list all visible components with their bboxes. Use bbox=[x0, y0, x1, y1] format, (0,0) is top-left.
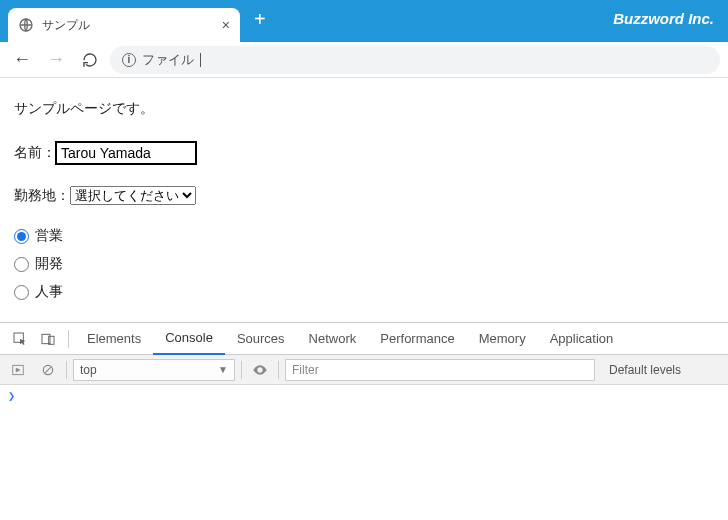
radio-label: 営業 bbox=[35, 227, 63, 245]
location-label: 勤務地： bbox=[14, 187, 70, 205]
separator bbox=[241, 361, 242, 379]
devtools-tab-network[interactable]: Network bbox=[297, 323, 369, 355]
radio-row[interactable]: 開発 bbox=[14, 255, 714, 273]
eye-icon[interactable] bbox=[248, 358, 272, 382]
play-icon[interactable] bbox=[6, 358, 30, 382]
new-tab-button[interactable]: + bbox=[254, 8, 266, 35]
devtools-tab-console[interactable]: Console bbox=[153, 323, 225, 355]
tab-title: サンプル bbox=[42, 17, 214, 34]
page-content: サンプルページです。 名前： 勤務地： 選択してください 営業開発人事 bbox=[0, 78, 728, 333]
device-icon[interactable] bbox=[34, 325, 62, 353]
reload-button[interactable] bbox=[76, 46, 104, 74]
console-prompt bbox=[8, 389, 19, 403]
console-toolbar: top ▼ Filter Default levels bbox=[0, 355, 728, 385]
radio-label: 開発 bbox=[35, 255, 63, 273]
separator bbox=[66, 361, 67, 379]
address-bar[interactable]: i ファイル bbox=[110, 46, 720, 74]
globe-icon bbox=[18, 17, 34, 33]
info-icon: i bbox=[122, 53, 136, 67]
forward-button: → bbox=[42, 46, 70, 74]
page-heading: サンプルページです。 bbox=[14, 100, 714, 118]
name-label: 名前： bbox=[14, 144, 56, 162]
devtools-tab-elements[interactable]: Elements bbox=[75, 323, 153, 355]
levels-select[interactable]: Default levels bbox=[609, 363, 681, 377]
location-select[interactable]: 選択してください bbox=[70, 186, 196, 205]
chevron-down-icon: ▼ bbox=[218, 364, 228, 375]
browser-tab[interactable]: サンプル × bbox=[8, 8, 240, 42]
devtools-tab-sources[interactable]: Sources bbox=[225, 323, 297, 355]
console-output[interactable] bbox=[0, 385, 728, 520]
devtools-tab-application[interactable]: Application bbox=[538, 323, 626, 355]
clear-icon[interactable] bbox=[36, 358, 60, 382]
radio-input[interactable] bbox=[14, 285, 29, 300]
context-select[interactable]: top ▼ bbox=[73, 359, 235, 381]
text-cursor bbox=[200, 53, 201, 67]
devtools-tab-performance[interactable]: Performance bbox=[368, 323, 466, 355]
devtools-tabs: ElementsConsoleSourcesNetworkPerformance… bbox=[0, 323, 728, 355]
devtools-tab-memory[interactable]: Memory bbox=[467, 323, 538, 355]
devtools-panel: ElementsConsoleSourcesNetworkPerformance… bbox=[0, 322, 728, 520]
svg-point-6 bbox=[259, 368, 262, 371]
radio-input[interactable] bbox=[14, 257, 29, 272]
separator bbox=[278, 361, 279, 379]
name-input[interactable] bbox=[56, 142, 196, 164]
back-button[interactable]: ← bbox=[8, 46, 36, 74]
radio-label: 人事 bbox=[35, 283, 63, 301]
radio-input[interactable] bbox=[14, 229, 29, 244]
radio-row[interactable]: 人事 bbox=[14, 283, 714, 301]
inspect-icon[interactable] bbox=[6, 325, 34, 353]
radio-row[interactable]: 営業 bbox=[14, 227, 714, 245]
browser-toolbar: ← → i ファイル bbox=[0, 42, 728, 78]
browser-titlebar: サンプル × + Buzzword Inc. bbox=[0, 0, 728, 42]
filter-input[interactable]: Filter bbox=[285, 359, 595, 381]
brand-label: Buzzword Inc. bbox=[613, 10, 714, 27]
svg-rect-3 bbox=[49, 336, 54, 344]
separator bbox=[68, 330, 69, 348]
close-icon[interactable]: × bbox=[222, 17, 230, 33]
address-text: ファイル bbox=[142, 51, 194, 69]
